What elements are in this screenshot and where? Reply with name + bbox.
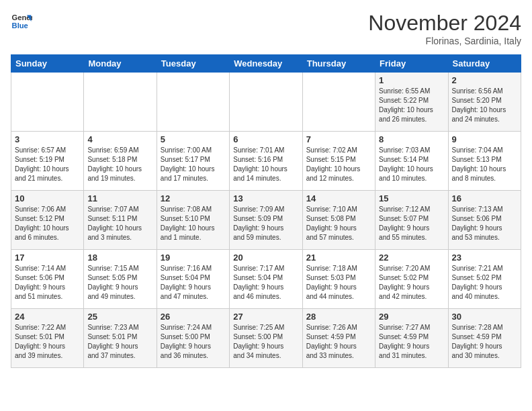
day-number: 13 xyxy=(233,193,298,203)
calendar-cell: 27Sunrise: 7:25 AM Sunset: 5:00 PM Dayli… xyxy=(230,309,302,368)
day-info: Sunrise: 6:57 AM Sunset: 5:19 PM Dayligh… xyxy=(15,146,80,183)
day-info: Sunrise: 7:23 AM Sunset: 5:01 PM Dayligh… xyxy=(87,323,152,361)
day-info: Sunrise: 7:27 AM Sunset: 4:59 PM Dayligh… xyxy=(379,323,444,361)
day-info: Sunrise: 7:22 AM Sunset: 5:01 PM Dayligh… xyxy=(15,323,80,361)
calendar-cell: 8Sunrise: 7:03 AM Sunset: 5:14 PM Daylig… xyxy=(375,132,448,191)
calendar-cell: 17Sunrise: 7:14 AM Sunset: 5:06 PM Dayli… xyxy=(11,250,84,309)
calendar-cell xyxy=(157,73,229,132)
calendar-cell: 9Sunrise: 7:04 AM Sunset: 5:13 PM Daylig… xyxy=(448,132,521,191)
calendar-cell: 19Sunrise: 7:16 AM Sunset: 5:04 PM Dayli… xyxy=(157,250,229,309)
calendar-cell: 20Sunrise: 7:17 AM Sunset: 5:04 PM Dayli… xyxy=(230,250,302,309)
day-number: 24 xyxy=(15,312,80,322)
day-number: 18 xyxy=(87,253,152,263)
day-number: 27 xyxy=(233,312,298,322)
header-saturday: Saturday xyxy=(448,55,521,73)
calendar-cell: 22Sunrise: 7:20 AM Sunset: 5:02 PM Dayli… xyxy=(375,250,448,309)
day-info: Sunrise: 6:56 AM Sunset: 5:20 PM Dayligh… xyxy=(452,87,517,124)
header-wednesday: Wednesday xyxy=(230,55,302,73)
week-row-0: 1Sunrise: 6:55 AM Sunset: 5:22 PM Daylig… xyxy=(11,73,521,132)
calendar-cell: 16Sunrise: 7:13 AM Sunset: 5:06 PM Dayli… xyxy=(448,191,521,250)
calendar-cell: 24Sunrise: 7:22 AM Sunset: 5:01 PM Dayli… xyxy=(11,309,84,368)
day-info: Sunrise: 7:26 AM Sunset: 4:59 PM Dayligh… xyxy=(306,323,371,361)
calendar-cell: 28Sunrise: 7:26 AM Sunset: 4:59 PM Dayli… xyxy=(302,309,375,368)
header-friday: Friday xyxy=(375,55,448,73)
day-info: Sunrise: 7:10 AM Sunset: 5:08 PM Dayligh… xyxy=(306,205,371,242)
day-info: Sunrise: 7:16 AM Sunset: 5:04 PM Dayligh… xyxy=(161,264,226,302)
day-number: 8 xyxy=(379,134,444,144)
day-info: Sunrise: 7:20 AM Sunset: 5:02 PM Dayligh… xyxy=(379,264,444,302)
calendar-cell xyxy=(84,73,157,132)
logo-icon: General Blue xyxy=(11,11,32,32)
day-number: 3 xyxy=(15,134,80,144)
day-number: 22 xyxy=(379,253,444,263)
calendar-cell: 25Sunrise: 7:23 AM Sunset: 5:01 PM Dayli… xyxy=(84,309,157,368)
calendar-cell: 2Sunrise: 6:56 AM Sunset: 5:20 PM Daylig… xyxy=(448,73,521,132)
day-number: 28 xyxy=(306,312,371,322)
day-number: 1 xyxy=(379,75,444,85)
calendar-cell: 30Sunrise: 7:28 AM Sunset: 4:59 PM Dayli… xyxy=(448,309,521,368)
day-number: 9 xyxy=(452,134,517,144)
calendar-body: 1Sunrise: 6:55 AM Sunset: 5:22 PM Daylig… xyxy=(11,73,521,368)
day-info: Sunrise: 7:02 AM Sunset: 5:15 PM Dayligh… xyxy=(306,146,371,183)
week-row-4: 24Sunrise: 7:22 AM Sunset: 5:01 PM Dayli… xyxy=(11,309,521,368)
day-info: Sunrise: 7:07 AM Sunset: 5:11 PM Dayligh… xyxy=(87,205,152,242)
calendar-cell: 5Sunrise: 7:00 AM Sunset: 5:17 PM Daylig… xyxy=(157,132,229,191)
day-number: 12 xyxy=(161,193,226,203)
day-info: Sunrise: 7:03 AM Sunset: 5:14 PM Dayligh… xyxy=(379,146,444,183)
calendar-cell: 26Sunrise: 7:24 AM Sunset: 5:00 PM Dayli… xyxy=(157,309,229,368)
calendar-cell: 14Sunrise: 7:10 AM Sunset: 5:08 PM Dayli… xyxy=(302,191,375,250)
day-number: 30 xyxy=(452,312,517,322)
day-info: Sunrise: 7:01 AM Sunset: 5:16 PM Dayligh… xyxy=(233,146,298,183)
day-number: 23 xyxy=(452,253,517,263)
day-number: 16 xyxy=(452,193,517,203)
calendar-cell xyxy=(302,73,375,132)
day-number: 7 xyxy=(306,134,371,144)
day-number: 4 xyxy=(87,134,152,144)
header-monday: Monday xyxy=(84,55,157,73)
calendar-cell: 23Sunrise: 7:21 AM Sunset: 5:02 PM Dayli… xyxy=(448,250,521,309)
calendar-cell xyxy=(230,73,302,132)
calendar-table: SundayMondayTuesdayWednesdayThursdayFrid… xyxy=(11,54,521,368)
subtitle: Florinas, Sardinia, Italy xyxy=(368,36,521,46)
day-info: Sunrise: 7:24 AM Sunset: 5:00 PM Dayligh… xyxy=(161,323,226,361)
day-info: Sunrise: 6:59 AM Sunset: 5:18 PM Dayligh… xyxy=(87,146,152,183)
svg-text:Blue: Blue xyxy=(12,21,28,30)
calendar-cell: 7Sunrise: 7:02 AM Sunset: 5:15 PM Daylig… xyxy=(302,132,375,191)
day-info: Sunrise: 7:08 AM Sunset: 5:10 PM Dayligh… xyxy=(161,205,226,242)
calendar-cell: 21Sunrise: 7:18 AM Sunset: 5:03 PM Dayli… xyxy=(302,250,375,309)
week-row-1: 3Sunrise: 6:57 AM Sunset: 5:19 PM Daylig… xyxy=(11,132,521,191)
day-info: Sunrise: 7:17 AM Sunset: 5:04 PM Dayligh… xyxy=(233,264,298,302)
page-header: General Blue November 2024 Florinas, Sar… xyxy=(11,11,521,46)
title-area: November 2024 Florinas, Sardinia, Italy xyxy=(368,11,521,46)
calendar-cell xyxy=(11,73,84,132)
calendar-cell: 18Sunrise: 7:15 AM Sunset: 5:05 PM Dayli… xyxy=(84,250,157,309)
day-number: 2 xyxy=(452,75,517,85)
day-number: 29 xyxy=(379,312,444,322)
day-info: Sunrise: 7:09 AM Sunset: 5:09 PM Dayligh… xyxy=(233,205,298,242)
header-row: SundayMondayTuesdayWednesdayThursdayFrid… xyxy=(11,55,521,73)
calendar-cell: 13Sunrise: 7:09 AM Sunset: 5:09 PM Dayli… xyxy=(230,191,302,250)
calendar-cell: 3Sunrise: 6:57 AM Sunset: 5:19 PM Daylig… xyxy=(11,132,84,191)
day-info: Sunrise: 7:18 AM Sunset: 5:03 PM Dayligh… xyxy=(306,264,371,302)
day-number: 6 xyxy=(233,134,298,144)
calendar-cell: 4Sunrise: 6:59 AM Sunset: 5:18 PM Daylig… xyxy=(84,132,157,191)
day-number: 5 xyxy=(161,134,226,144)
day-info: Sunrise: 7:12 AM Sunset: 5:07 PM Dayligh… xyxy=(379,205,444,242)
logo: General Blue xyxy=(11,11,32,32)
day-number: 20 xyxy=(233,253,298,263)
day-number: 25 xyxy=(87,312,152,322)
calendar-cell: 29Sunrise: 7:27 AM Sunset: 4:59 PM Dayli… xyxy=(375,309,448,368)
calendar-cell: 1Sunrise: 6:55 AM Sunset: 5:22 PM Daylig… xyxy=(375,73,448,132)
day-info: Sunrise: 7:25 AM Sunset: 5:00 PM Dayligh… xyxy=(233,323,298,361)
week-row-3: 17Sunrise: 7:14 AM Sunset: 5:06 PM Dayli… xyxy=(11,250,521,309)
header-thursday: Thursday xyxy=(302,55,375,73)
day-number: 19 xyxy=(161,253,226,263)
week-row-2: 10Sunrise: 7:06 AM Sunset: 5:12 PM Dayli… xyxy=(11,191,521,250)
day-number: 26 xyxy=(161,312,226,322)
day-info: Sunrise: 6:55 AM Sunset: 5:22 PM Dayligh… xyxy=(379,87,444,124)
day-number: 10 xyxy=(15,193,80,203)
day-info: Sunrise: 7:13 AM Sunset: 5:06 PM Dayligh… xyxy=(452,205,517,242)
calendar-cell: 10Sunrise: 7:06 AM Sunset: 5:12 PM Dayli… xyxy=(11,191,84,250)
calendar-cell: 12Sunrise: 7:08 AM Sunset: 5:10 PM Dayli… xyxy=(157,191,229,250)
day-number: 14 xyxy=(306,193,371,203)
